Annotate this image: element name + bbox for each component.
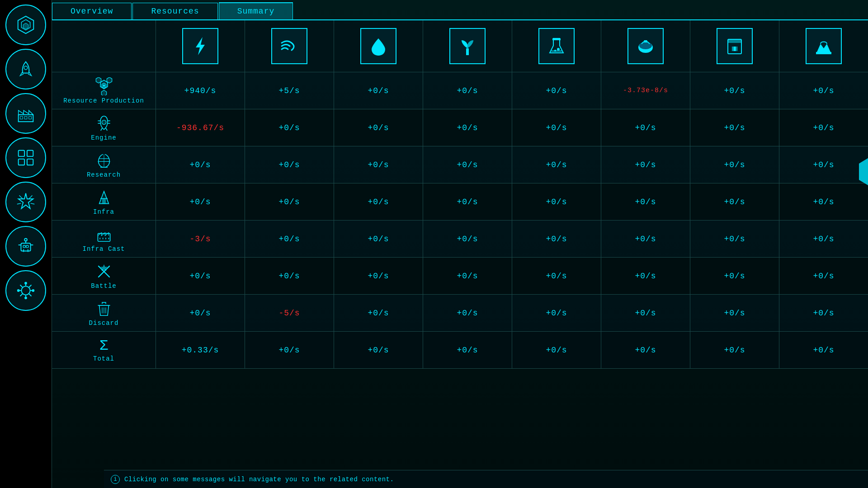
cell-bat-science: +0/s <box>512 258 601 294</box>
sigma-icon: Σ <box>99 338 108 354</box>
row-research: Research +0/s +0/s +0/s +0/s +0/s +0/s +… <box>52 146 868 183</box>
tab-summary[interactable]: Summary <box>219 2 293 19</box>
cell-eng-science: +0/s <box>512 109 601 146</box>
cell-eng-air: +0/s <box>245 109 334 146</box>
cell-ic-storage: +0/s <box>690 221 779 257</box>
svg-line-13 <box>19 196 23 199</box>
svg-marker-46 <box>643 40 648 42</box>
cell-tot-power: +0.33/s <box>156 332 245 368</box>
resource-col-ore <box>601 20 690 72</box>
cell-dis-water: +0/s <box>334 295 423 331</box>
svg-marker-2 <box>23 23 28 29</box>
science-icon-box <box>538 28 575 64</box>
cell-ic-science: +0/s <box>512 221 601 257</box>
cell-res-storage: +0/s <box>690 146 779 183</box>
cell-bat-storage: +0/s <box>690 258 779 294</box>
lightning-icon <box>189 35 212 57</box>
svg-line-14 <box>29 196 33 199</box>
svg-rect-19 <box>26 245 28 248</box>
row-label-infra-cast: Infra Cast <box>52 221 156 257</box>
cell-res-air: +0/s <box>245 146 334 183</box>
resource-col-water <box>334 20 423 72</box>
resource-col-food <box>423 20 512 72</box>
ore-icon-box <box>627 28 664 64</box>
svg-point-3 <box>24 66 28 70</box>
cell-dis-food: +0/s <box>423 295 512 331</box>
bottom-bar: i Clicking on some messages will navigat… <box>104 470 868 488</box>
row-infra-cast: Infra Cast -3/s +0/s +0/s +0/s +0/s +0/s… <box>52 221 868 258</box>
svg-rect-11 <box>19 159 24 165</box>
sigma-label-cell: Σ Total <box>52 332 156 368</box>
cell-tot-metals: +0/s <box>779 332 868 368</box>
svg-point-35 <box>25 282 27 284</box>
row-label-resource-production: Resource Production <box>52 72 156 109</box>
flask-icon <box>545 35 568 57</box>
star-button[interactable] <box>5 182 46 222</box>
svg-marker-39 <box>196 37 205 55</box>
cell-eng-ore: +0/s <box>601 109 690 146</box>
tab-bar: Overview Resources Summary <box>52 0 868 20</box>
row-infra: Infra +0/s +0/s +0/s +0/s +0/s +0/s +0/s… <box>52 183 868 221</box>
cell-eng-storage: +0/s <box>690 109 779 146</box>
plant-icon <box>456 35 479 57</box>
cell-res-science: +0/s <box>512 146 601 183</box>
cell-tot-ore: +0/s <box>601 332 690 368</box>
header-label-col <box>52 20 156 72</box>
svg-rect-68 <box>102 198 106 203</box>
cell-inf-metals: +0/s <box>779 183 868 220</box>
resource-col-metals <box>779 20 868 72</box>
factory-button[interactable] <box>5 93 46 134</box>
row-total: Σ Total +0.33/s +0/s +0/s +0/s +0/s +0/s… <box>52 332 868 369</box>
resource-col-power <box>156 20 245 72</box>
cell-rp-metals: +0/s <box>779 72 868 109</box>
svg-marker-57 <box>96 77 101 83</box>
tab-resources[interactable]: Resources <box>132 3 217 19</box>
cell-inf-air: +0/s <box>245 183 334 220</box>
resource-production-label: Resource Production <box>63 97 144 104</box>
wind-icon <box>278 35 301 57</box>
svg-point-37 <box>18 290 19 291</box>
cell-ic-food: +0/s <box>423 221 512 257</box>
svg-line-31 <box>20 285 23 288</box>
cell-dis-metals: +0/s <box>779 295 868 331</box>
rocket-button[interactable] <box>5 49 46 89</box>
cell-rp-power: +940/s <box>156 72 245 109</box>
cell-rp-science: +0/s <box>512 72 601 109</box>
engine-icon <box>95 114 113 132</box>
ore-icon <box>634 35 657 57</box>
cell-tot-food: +0/s <box>423 332 512 368</box>
svg-line-32 <box>29 294 32 296</box>
infra-label: Infra <box>93 208 114 216</box>
infracast-label: Infra Cast <box>82 245 125 253</box>
infracast-icon <box>95 225 113 244</box>
total-label: Total <box>93 355 114 362</box>
svg-rect-9 <box>19 150 24 156</box>
bottom-message: Clicking on some messages will navigate … <box>124 476 868 483</box>
svg-rect-70 <box>98 233 110 241</box>
svg-point-43 <box>557 48 560 51</box>
svg-rect-17 <box>21 243 30 251</box>
cell-ic-water: +0/s <box>334 221 423 257</box>
cell-eng-water: +0/s <box>334 109 423 146</box>
infra-icon <box>95 188 113 206</box>
cell-eng-power: -936.67/s <box>156 109 245 146</box>
cell-ic-power: -3/s <box>156 221 245 257</box>
cell-bat-ore: +0/s <box>601 258 690 294</box>
grid-button[interactable] <box>5 137 46 178</box>
resource-header-row <box>52 20 868 72</box>
robot-button[interactable] <box>5 226 46 267</box>
hex-button[interactable] <box>5 5 46 45</box>
virus-button[interactable] <box>5 270 46 311</box>
cell-res-ore: +0/s <box>601 146 690 183</box>
tab-overview[interactable]: Overview <box>52 3 132 19</box>
cell-tot-storage: +0/s <box>690 332 779 368</box>
discard-icon <box>95 300 113 318</box>
water-icon <box>367 35 390 57</box>
svg-rect-8 <box>29 117 32 119</box>
hexgrid-icon <box>95 77 113 95</box>
power-icon-box <box>182 28 218 64</box>
battle-label: Battle <box>91 282 116 290</box>
row-label-infra: Infra <box>52 183 156 220</box>
cell-dis-storage: +0/s <box>690 295 779 331</box>
cell-bat-water: +0/s <box>334 258 423 294</box>
